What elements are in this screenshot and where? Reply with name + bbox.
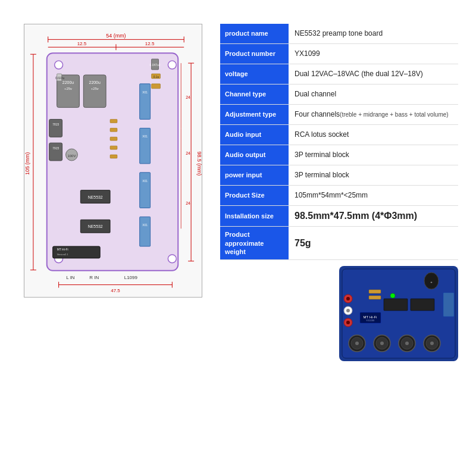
svg-rect-56 (110, 128, 117, 131)
spec-row-product-size: Product Size105mm*54mm*<25mm (220, 186, 458, 206)
svg-text:100V: 100V (68, 154, 76, 158)
spec-row-power-input: power input3P terminal block (220, 165, 458, 186)
svg-text:2200u: 2200u (62, 80, 74, 84)
spec-value-channel-type: Dual channel (289, 84, 458, 104)
svg-text:NE5532: NE5532 (88, 224, 103, 228)
svg-text:2200u: 2200u (89, 80, 101, 84)
spec-sub-text-adjustment-type: (treble + midrange + bass + total volume… (340, 111, 449, 119)
svg-rect-102 (443, 293, 454, 317)
spec-value-installation-size: 98.5mm*47.5mm (4*Φ3mm) (289, 206, 458, 226)
spec-value-text-product-weight: 75g (295, 237, 311, 250)
spec-value-product-number: YX1099 (289, 44, 458, 64)
svg-point-87 (405, 342, 409, 345)
spec-label-adjustment-type: Adjustment type (220, 105, 289, 124)
svg-text:12.5: 12.5 (145, 41, 155, 46)
svg-text:24: 24 (186, 151, 190, 155)
svg-rect-39 (49, 143, 62, 161)
specs-container: product nameNE5532 preamp tone boardProd… (220, 24, 458, 260)
svg-rect-45 (140, 84, 151, 120)
svg-rect-49 (140, 173, 151, 208)
svg-point-90 (430, 342, 434, 345)
spec-row-channel-type: Channel typeDual channel (220, 84, 458, 105)
spec-label-product-weight: Product approximate weight (220, 227, 289, 259)
svg-text:54 (mm): 54 (mm) (106, 33, 126, 39)
spec-main-text-adjustment-type: Four channels (295, 109, 340, 120)
spec-value-product-size: 105mm*54mm*<25mm (289, 186, 458, 205)
svg-point-96 (346, 321, 350, 324)
spec-label-audio-output: Audio output (220, 145, 289, 165)
pcb-svg: 54 (mm) 12.5 12.5 105 (mm) 98.5 (mm) (24, 24, 202, 297)
spec-label-installation-size: Installation size (220, 206, 289, 226)
svg-text:0.022u: 0.022u (55, 77, 64, 80)
svg-point-92 (346, 297, 350, 300)
spec-label-product-number: Product number (220, 44, 289, 64)
svg-text:7815: 7815 (52, 123, 59, 126)
svg-text:X01: X01 (142, 135, 148, 138)
spec-row-voltage: voltageDual 12VAC–18VAC (the dual 12V–18… (220, 64, 458, 84)
svg-text:105 (mm): 105 (mm) (24, 152, 30, 175)
spec-value-voltage: Dual 12VAC–18VAC (the dual 12V–18V) (289, 64, 458, 84)
svg-rect-59 (110, 155, 117, 158)
svg-text:Version2.1: Version2.1 (57, 253, 69, 256)
svg-point-94 (346, 309, 350, 312)
spec-value-product-weight: 75g (289, 227, 458, 259)
spec-label-voltage: voltage (220, 64, 289, 84)
spec-row-product-weight: Product approximate weight75g (220, 227, 458, 260)
svg-text:+25v: +25v (91, 87, 99, 90)
svg-rect-47 (140, 128, 151, 164)
svg-rect-98 (384, 299, 408, 311)
svg-point-26 (168, 61, 176, 69)
svg-rect-51 (140, 217, 151, 246)
svg-text:98.5 (mm): 98.5 (mm) (196, 152, 202, 176)
spec-value-audio-output: 3P terminal block (289, 145, 458, 165)
svg-text:L1099: L1099 (124, 275, 138, 280)
svg-text:+25v: +25v (64, 87, 72, 90)
svg-rect-37 (49, 119, 62, 137)
product-photo-svg: + (339, 266, 458, 361)
spec-label-power-input: power input (220, 165, 289, 185)
main-container: 54 (mm) 12.5 12.5 105 (mm) 98.5 (mm) (6, 12, 470, 464)
pcb-diagram: 54 (mm) 12.5 12.5 105 (mm) 98.5 (mm) (24, 24, 202, 298)
spec-value-text-installation-size: 98.5mm*47.5mm (4*Φ3mm) (295, 209, 417, 223)
svg-rect-100 (369, 290, 381, 293)
spec-row-audio-input: Audio inputRCA lotus socket (220, 125, 458, 145)
svg-text:X01: X01 (142, 224, 148, 227)
spec-row-installation-size: Installation size98.5mm*47.5mm (4*Φ3mm) (220, 206, 458, 227)
svg-text:12.5: 12.5 (77, 41, 87, 46)
left-panel: 54 (mm) 12.5 12.5 105 (mm) 98.5 (mm) (18, 24, 208, 298)
svg-text:L IN: L IN (66, 275, 75, 280)
svg-text:X01: X01 (142, 91, 148, 94)
svg-text:+: + (430, 280, 433, 284)
svg-rect-99 (411, 299, 434, 311)
spec-label-product-name: product name (220, 24, 289, 43)
spec-value-product-name: NE5532 preamp tone board (289, 24, 458, 43)
svg-text:0.047u2: 0.047u2 (150, 64, 161, 67)
spec-value-power-input: 3P terminal block (289, 165, 458, 185)
svg-point-81 (355, 342, 359, 345)
svg-text:YX1099: YX1099 (366, 319, 375, 322)
svg-point-97 (390, 293, 395, 298)
spec-value-adjustment-type: Four channels (treble + midrange + bass … (289, 105, 458, 124)
svg-text:7915: 7915 (52, 147, 59, 150)
svg-text:MT Hi-Fi: MT Hi-Fi (57, 248, 68, 251)
svg-rect-68 (152, 84, 161, 89)
product-photo-area: + (339, 266, 458, 361)
svg-text:24: 24 (186, 202, 190, 206)
svg-text:0.1u: 0.1u (154, 76, 159, 79)
svg-text:NE5532: NE5532 (88, 195, 103, 199)
svg-text:R IN: R IN (89, 275, 99, 280)
svg-text:X01: X01 (142, 180, 148, 183)
svg-point-84 (380, 342, 384, 345)
right-panel: product nameNE5532 preamp tone boardProd… (220, 24, 458, 361)
svg-point-28 (168, 255, 176, 263)
svg-point-25 (55, 61, 63, 69)
spec-row-adjustment-type: Adjustment typeFour channels (treble + m… (220, 105, 458, 125)
svg-rect-58 (110, 146, 117, 149)
svg-text:24: 24 (186, 95, 190, 99)
spec-label-audio-input: Audio input (220, 125, 289, 145)
svg-rect-55 (110, 119, 117, 123)
spec-value-audio-input: RCA lotus socket (289, 125, 458, 145)
spec-row-product-number: Product numberYX1099 (220, 44, 458, 64)
svg-text:47.5: 47.5 (111, 288, 120, 293)
spec-label-channel-type: Channel type (220, 84, 289, 104)
